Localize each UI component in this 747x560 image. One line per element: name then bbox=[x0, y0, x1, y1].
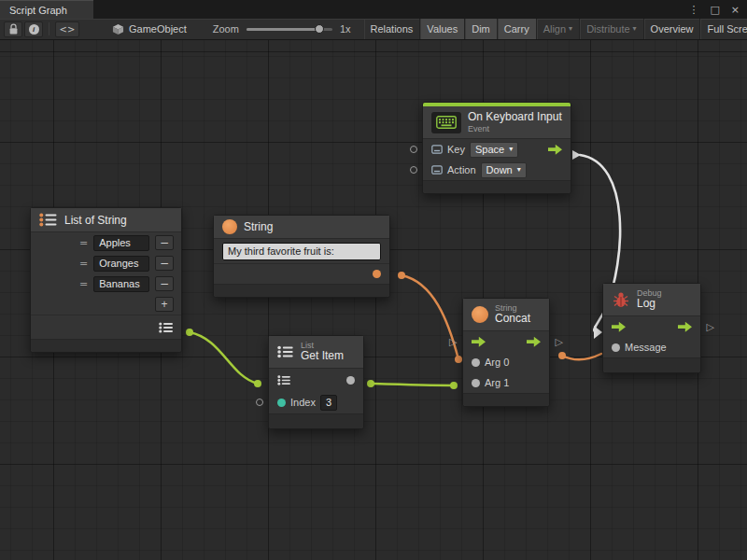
port-exit-unconnected[interactable]: ▷ bbox=[707, 322, 714, 332]
wire-list-to-getitem[interactable] bbox=[186, 329, 261, 387]
node-header: String bbox=[214, 216, 389, 239]
fullscreen-button[interactable]: Full Screen bbox=[700, 19, 747, 39]
dim-button[interactable]: Dim bbox=[465, 19, 498, 39]
node-concat[interactable]: String Concat ▷ ▷ Arg 0 Arg 1 bbox=[462, 298, 550, 407]
unity-cube-icon bbox=[112, 23, 124, 35]
toolbar-buttons: Relations Values Dim Carry Align ▾ Distr… bbox=[364, 19, 747, 39]
node-title: On Keyboard Input bbox=[468, 111, 562, 124]
drag-handle-icon[interactable]: = bbox=[79, 237, 88, 249]
node-header: Debug Log bbox=[603, 284, 700, 316]
port-trigger-output[interactable] bbox=[548, 145, 562, 155]
tab-label: Script Graph bbox=[9, 5, 67, 16]
list-icon bbox=[277, 345, 294, 358]
wire-concat-to-log[interactable] bbox=[558, 352, 601, 359]
list-item-field[interactable]: Apples bbox=[93, 235, 149, 251]
gameobject-context[interactable]: GameObject bbox=[112, 23, 187, 35]
graph-canvas[interactable]: On Keyboard Input Event Key Space ▾ bbox=[0, 40, 747, 560]
string-type-icon bbox=[472, 306, 488, 323]
index-type-dot bbox=[277, 399, 286, 407]
port-string-output[interactable] bbox=[373, 270, 381, 278]
port-arg1-input[interactable] bbox=[472, 379, 480, 387]
values-button[interactable]: Values bbox=[420, 19, 465, 39]
list-item-field[interactable]: Bananas bbox=[93, 276, 149, 292]
tab-script-graph[interactable]: Script Graph bbox=[0, 0, 93, 19]
restore-window-icon[interactable]: □ bbox=[710, 5, 719, 15]
keycap-icon bbox=[431, 145, 443, 154]
port-index-input[interactable] bbox=[256, 399, 263, 406]
action-label: Action bbox=[447, 164, 476, 175]
node-debug-log[interactable]: Debug Log ▷ Message bbox=[602, 283, 701, 373]
info-button[interactable]: i bbox=[24, 21, 43, 37]
key-value: Space bbox=[475, 144, 504, 156]
port-key-input[interactable] bbox=[410, 146, 417, 153]
graph-toolbar: i <> GameObject Zoom 1x Relations bbox=[0, 19, 747, 40]
message-label: Message bbox=[625, 342, 667, 353]
node-list-of-string[interactable]: List of String = Apples − = Oranges − = … bbox=[30, 207, 182, 353]
port-exit[interactable] bbox=[678, 322, 692, 332]
port-enter[interactable] bbox=[472, 337, 486, 347]
zoom-slider-thumb[interactable] bbox=[315, 24, 324, 34]
zoom-label: Zoom bbox=[213, 23, 239, 35]
keycap-icon bbox=[431, 165, 443, 175]
string-value-field[interactable]: My third favorite fruit is: bbox=[222, 243, 381, 260]
node-on-keyboard-input[interactable]: On Keyboard Input Event Key Space ▾ bbox=[422, 102, 571, 194]
list-item-field[interactable]: Oranges bbox=[93, 256, 149, 272]
distribute-button[interactable]: Distribute ▾ bbox=[580, 19, 643, 39]
overview-button[interactable]: Overview bbox=[644, 19, 701, 39]
caret-down-icon: ▾ bbox=[509, 146, 513, 153]
port-list-input[interactable] bbox=[277, 375, 291, 385]
relations-button[interactable]: Relations bbox=[364, 19, 421, 39]
node-footer bbox=[31, 339, 181, 352]
node-footer bbox=[269, 413, 363, 428]
carry-button[interactable]: Carry bbox=[498, 19, 537, 39]
key-dropdown[interactable]: Space ▾ bbox=[470, 142, 518, 158]
keyboard-icon bbox=[431, 112, 461, 133]
remove-item-button[interactable]: − bbox=[155, 256, 174, 271]
edit-code-button[interactable]: <> bbox=[55, 21, 79, 37]
node-get-item[interactable]: List Get Item Index 3 bbox=[268, 335, 364, 429]
port-item-output[interactable] bbox=[346, 376, 355, 385]
node-title: Log bbox=[637, 298, 662, 311]
caret-down-icon: ▾ bbox=[569, 25, 572, 33]
port-arg0-input[interactable] bbox=[472, 358, 480, 367]
gameobject-label: GameObject bbox=[129, 23, 187, 35]
add-item-button[interactable]: + bbox=[155, 297, 174, 312]
lock-button[interactable] bbox=[4, 21, 22, 37]
node-string-literal[interactable]: String My third favorite fruit is: bbox=[213, 215, 390, 298]
wire-getitem-to-concat[interactable] bbox=[367, 380, 458, 389]
lock-icon bbox=[8, 23, 19, 35]
remove-item-button[interactable]: − bbox=[155, 276, 174, 291]
node-header: On Keyboard Input Event bbox=[423, 106, 571, 139]
list-icon bbox=[39, 213, 58, 227]
action-dropdown[interactable]: Down ▾ bbox=[481, 162, 527, 178]
port-message-input[interactable] bbox=[612, 343, 620, 352]
drag-handle-icon[interactable]: = bbox=[79, 278, 88, 290]
node-footer bbox=[214, 284, 389, 297]
index-field[interactable]: 3 bbox=[320, 395, 337, 411]
node-header: List of String bbox=[31, 208, 181, 232]
port-list-output[interactable] bbox=[159, 322, 174, 333]
remove-item-button[interactable]: − bbox=[155, 235, 174, 250]
port-exit-unconnected[interactable]: ▷ bbox=[556, 337, 563, 347]
list-item-row: = Bananas − bbox=[31, 273, 181, 294]
port-enter-unconnected[interactable]: ▷ bbox=[449, 337, 457, 347]
port-enter[interactable] bbox=[612, 322, 626, 332]
align-button[interactable]: Align ▾ bbox=[537, 19, 580, 39]
close-window-icon[interactable]: × bbox=[731, 5, 740, 15]
arg1-label: Arg 1 bbox=[485, 377, 509, 388]
node-footer bbox=[463, 393, 549, 406]
toolbar-separator bbox=[49, 22, 49, 35]
node-header: List Get Item bbox=[269, 336, 363, 369]
titlebar: Script Graph ⋮ □ × bbox=[0, 0, 747, 19]
zoom-slider-fill bbox=[247, 28, 319, 31]
window-menu-icon[interactable]: ⋮ bbox=[688, 5, 698, 15]
port-exit[interactable] bbox=[527, 337, 541, 347]
bug-icon bbox=[612, 291, 630, 309]
wire-string-to-concat[interactable] bbox=[398, 272, 462, 363]
zoom-slider[interactable] bbox=[247, 28, 332, 31]
list-item-row: = Apples − bbox=[31, 232, 181, 253]
drag-handle-icon[interactable]: = bbox=[79, 258, 88, 270]
port-action-input[interactable] bbox=[410, 166, 417, 174]
list-item-row: = Oranges − bbox=[31, 253, 181, 273]
caret-down-icon: ▾ bbox=[517, 166, 521, 174]
